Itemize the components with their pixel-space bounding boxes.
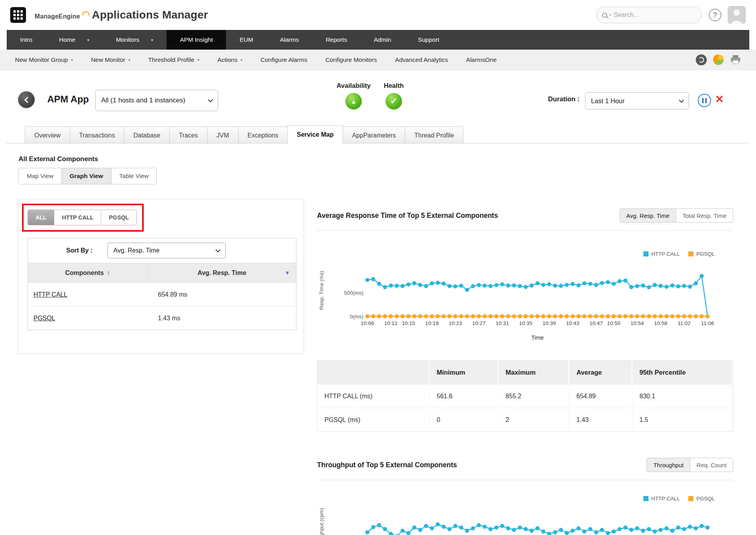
nav-reports[interactable]: Reports: [312, 30, 360, 50]
tab-database[interactable]: Database: [124, 126, 170, 143]
chart-legend: HTTP CALL PGSQL: [317, 494, 733, 502]
user-avatar[interactable]: [728, 6, 746, 24]
stats-max: 855.2: [498, 384, 569, 408]
threshold-profile-label: Threshold Profile: [148, 56, 194, 63]
configure-monitors-link[interactable]: Configure Monitors: [325, 56, 377, 63]
app-launcher-icon[interactable]: [10, 7, 26, 23]
help-icon[interactable]: ?: [709, 9, 721, 21]
chevron-left-icon: [24, 97, 30, 103]
tab-traces[interactable]: Traces: [169, 126, 207, 143]
avg-resp-time-chart[interactable]: 500(ms)0(ms)10:0810:1210:1510:1910:2310:…: [317, 261, 733, 344]
legend-label: PGSQL: [696, 251, 715, 257]
view-toggle: Map View Graph View Table View: [19, 168, 157, 184]
search-input[interactable]: [614, 11, 685, 19]
nav-admin[interactable]: Admin: [360, 30, 404, 50]
stats-col-blank: [317, 360, 430, 384]
nav-monitors[interactable]: Monitors▾: [102, 30, 166, 50]
component-filter-group: ALL HTTP CALL PGSQL: [28, 210, 137, 225]
actions-menu[interactable]: Actions▾: [217, 56, 242, 63]
component-value: 654.89 ms: [148, 291, 296, 298]
refresh-icon[interactable]: [696, 54, 707, 65]
nav-alarms[interactable]: Alarms: [267, 30, 312, 50]
svg-text:11:02: 11:02: [678, 320, 691, 326]
graph-view-button[interactable]: Graph View: [61, 168, 111, 184]
total-resp-time-button[interactable]: Total Resp. Time: [676, 209, 733, 222]
main-navigation: Intro Home▾ Monitors▾ APM Insight EUM Al…: [7, 30, 749, 50]
pause-refresh-icon[interactable]: [698, 94, 711, 107]
stats-col-maximum: Maximum: [498, 360, 569, 384]
advanced-analytics-link[interactable]: Advanced Analytics: [395, 56, 448, 63]
stats-row-label: HTTP CALL (ms): [317, 384, 430, 408]
close-icon[interactable]: ✕: [715, 93, 724, 106]
nav-support[interactable]: Support: [404, 30, 452, 50]
availability-status: Availability ▲: [329, 82, 378, 110]
nav-apm-insight-label: APM Insight: [180, 36, 213, 43]
throughput-chart[interactable]: 10:0810:1210:1510:1910:2310:2710:3110:35…: [317, 505, 733, 535]
tab-thread-profile[interactable]: Thread Profile: [405, 126, 463, 143]
stats-min: 0: [430, 408, 498, 431]
throughput-chart-title: Throughput of Top 5 External Components: [317, 461, 457, 469]
health-status: Health ✓: [375, 82, 413, 110]
global-search[interactable]: ▾: [596, 7, 702, 23]
new-monitor-menu[interactable]: New Monitor▾: [91, 56, 130, 63]
nav-eum[interactable]: EUM: [226, 30, 266, 50]
resp-time-toggle: Avg. Resp. Time Total Resp. Time: [620, 208, 734, 223]
svg-text:10:54: 10:54: [630, 320, 644, 326]
new-monitor-group-menu[interactable]: New Monitor Group▾: [15, 56, 73, 63]
tab-appparameters[interactable]: AppParameters: [343, 126, 405, 143]
nav-intro[interactable]: Intro: [7, 30, 46, 50]
back-button[interactable]: [18, 91, 35, 108]
sort-by-select[interactable]: Avg. Resp. Time: [107, 243, 226, 258]
column-components[interactable]: Components ▲▼: [28, 263, 148, 282]
charts-panel: Average Response Time of Top 5 External …: [317, 208, 733, 535]
table-view-button[interactable]: Table View: [111, 168, 157, 184]
stats-p95: 830.1: [632, 384, 733, 408]
host-instance-select[interactable]: All (1 hosts and 1 instances): [95, 90, 218, 111]
sort-by-value: Avg. Resp. Time: [113, 247, 159, 254]
filter-pgsql-button[interactable]: PGSQL: [101, 210, 136, 225]
tab-overview[interactable]: Overview: [25, 126, 70, 143]
tab-jvm[interactable]: JVM: [207, 126, 238, 143]
threshold-profile-menu[interactable]: Threshold Profile▾: [148, 56, 199, 63]
availability-up-icon[interactable]: ▲: [345, 93, 362, 110]
components-table-header: Components ▲▼ Avg. Resp. Time ▼: [28, 263, 296, 282]
legend-label: PGSQL: [696, 496, 715, 502]
table-row: HTTP CALL (ms) 561.6 855.2 654.89 830.1: [317, 384, 733, 408]
nav-home[interactable]: Home▾: [46, 30, 102, 50]
configure-monitors-label: Configure Monitors: [325, 56, 377, 63]
tab-service-map[interactable]: Service Map: [287, 125, 343, 143]
print-icon[interactable]: [730, 55, 741, 65]
configure-alarms-link[interactable]: Configure Alarms: [261, 56, 308, 63]
duration-value: Last 1 Hour: [591, 97, 624, 105]
duration-select[interactable]: Last 1 Hour: [585, 92, 689, 110]
tab-transactions[interactable]: Transactions: [70, 126, 124, 143]
search-caret-icon: ▾: [610, 13, 611, 17]
component-link-pgsql[interactable]: PGSQL: [33, 315, 55, 321]
pie-chart-icon[interactable]: [713, 54, 724, 65]
map-view-button[interactable]: Map View: [19, 168, 61, 184]
tab-exceptions[interactable]: Exceptions: [238, 126, 287, 143]
advanced-analytics-label: Advanced Analytics: [395, 56, 448, 63]
column-avg-resp-time[interactable]: Avg. Resp. Time ▼: [148, 263, 296, 282]
nav-support-label: Support: [418, 36, 439, 43]
throughput-button[interactable]: Throughput: [647, 458, 690, 472]
legend-swatch: [688, 251, 693, 256]
chevron-down-icon[interactable]: ▾: [151, 38, 153, 42]
component-link-http-call[interactable]: HTTP CALL: [33, 291, 67, 298]
filter-http-call-button[interactable]: HTTP CALL: [54, 210, 101, 225]
req-count-button[interactable]: Req. Count: [690, 458, 733, 472]
nav-apm-insight[interactable]: APM Insight: [167, 30, 226, 50]
alarmsone-link[interactable]: AlarmsOne: [466, 56, 497, 63]
svg-text:10:43: 10:43: [566, 320, 579, 326]
filter-all-button[interactable]: ALL: [28, 210, 54, 225]
chevron-down-icon: ▾: [241, 58, 243, 62]
svg-text:10:12: 10:12: [384, 320, 398, 326]
new-monitor-label: New Monitor: [91, 56, 125, 63]
sort-desc-icon[interactable]: ▼: [285, 270, 290, 276]
health-check-icon[interactable]: ✓: [385, 93, 402, 110]
nav-intro-label: Intro: [20, 36, 32, 43]
avg-resp-time-button[interactable]: Avg. Resp. Time: [620, 209, 676, 222]
sort-arrows-icon[interactable]: ▲▼: [107, 271, 110, 275]
person-icon: [728, 6, 746, 24]
chevron-down-icon[interactable]: ▾: [87, 38, 89, 42]
